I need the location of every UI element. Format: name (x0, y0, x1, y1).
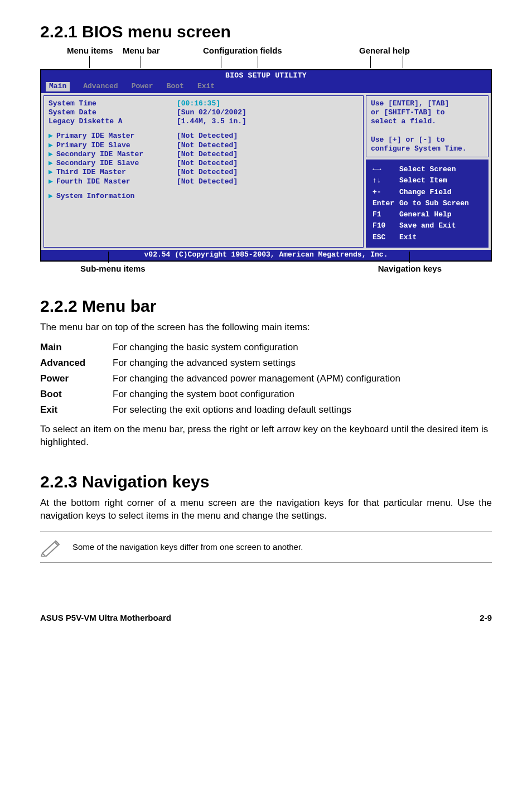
nav-key: Enter (372, 199, 398, 209)
bios-window: BIOS SETUP UTILITY Main Advanced Power B… (40, 69, 492, 262)
field-secondary-ide-master[interactable]: Secondary IDE Master (56, 150, 143, 158)
def-key: Main (40, 340, 113, 355)
submenu-arrow-icon: ▶ (49, 141, 56, 150)
navigation-keys-body: At the bottom right corner of a menu scr… (40, 497, 492, 523)
value-third-ide-master: [Not Detected] (177, 168, 238, 177)
nav-desc: General Help (399, 210, 472, 220)
nav-key: ESC (372, 233, 398, 243)
heading-navigation-keys: 2.2.3 Navigation keys (40, 472, 492, 491)
bios-nav-box: ←→Select Screen ↑↓Select Item +-Change F… (366, 160, 489, 248)
label-menu-items: Menu items (67, 46, 113, 55)
bios-tab-exit[interactable]: Exit (197, 82, 215, 91)
def-val: For changing the system boot configurati… (113, 386, 400, 402)
note-box: Some of the navigation keys differ from … (40, 532, 492, 563)
submenu-arrow-icon: ▶ (49, 192, 56, 201)
submenu-arrow-icon: ▶ (49, 168, 56, 177)
nav-desc: Change Field (399, 187, 472, 197)
bios-help-box: Use [ENTER], [TAB] or [SHIFT-TAB] to sel… (366, 95, 489, 158)
field-system-date[interactable]: System Date (49, 108, 177, 117)
field-primary-ide-slave[interactable]: Primary IDE Slave (56, 141, 130, 149)
value-primary-ide-master: [Not Detected] (177, 132, 238, 141)
note-text: Some of the navigation keys differ from … (72, 542, 303, 552)
nav-key: ←→ (372, 165, 398, 175)
value-system-date[interactable]: [Sun 02/10/2002] (177, 108, 246, 117)
pencil-icon (40, 538, 62, 557)
value-fourth-ide-master: [Not Detected] (177, 177, 238, 186)
def-val: For changing the advanced system setting… (113, 355, 400, 371)
heading-menu-bar: 2.2.2 Menu bar (40, 297, 492, 316)
value-secondary-ide-master: [Not Detected] (177, 150, 238, 159)
submenu-arrow-icon: ▶ (49, 150, 56, 159)
nav-desc: Select Item (399, 176, 472, 186)
field-primary-ide-master[interactable]: Primary IDE Master (56, 132, 134, 140)
field-system-time[interactable]: System Time (49, 99, 177, 108)
submenu-arrow-icon: ▶ (49, 132, 56, 141)
value-legacy-diskette[interactable]: [1.44M, 3.5 in.] (177, 117, 246, 126)
menu-bar-intro: The menu bar on top of the screen has th… (40, 321, 492, 334)
def-val: For changing the advanced power manageme… (113, 371, 400, 386)
label-config-fields: Configuration fields (203, 46, 282, 55)
field-system-information[interactable]: System Information (56, 192, 134, 201)
label-general-help: General help (359, 46, 410, 55)
nav-key: F1 (372, 210, 398, 220)
nav-desc: Save and Exit (399, 221, 472, 231)
value-primary-ide-slave: [Not Detected] (177, 141, 238, 150)
bios-left-pane: System Time[00:16:35] System Date[Sun 02… (43, 95, 364, 248)
footer-left: ASUS P5V-VM Ultra Motherboard (40, 613, 171, 622)
def-val: For selecting the exit options and loadi… (113, 402, 400, 418)
submenu-arrow-icon: ▶ (49, 159, 56, 168)
menu-bar-outro: To select an item on the menu bar, press… (40, 423, 492, 449)
bios-tab-boot[interactable]: Boot (167, 82, 184, 91)
label-menu-bar: Menu bar (123, 46, 160, 55)
def-val: For changing the basic system configurat… (113, 340, 400, 355)
nav-key: +- (372, 187, 398, 197)
field-fourth-ide-master[interactable]: Fourth IDE Master (56, 177, 130, 186)
nav-key: F10 (372, 221, 398, 231)
def-key: Power (40, 371, 113, 386)
value-secondary-ide-slave: [Not Detected] (177, 159, 238, 168)
field-legacy-diskette[interactable]: Legacy Diskette A (49, 117, 177, 126)
bios-menubar: Main Advanced Power Boot Exit (41, 81, 491, 93)
submenu-arrow-icon: ▶ (49, 177, 56, 186)
nav-desc: Exit (399, 233, 472, 243)
def-key: Boot (40, 386, 113, 402)
field-third-ide-master[interactable]: Third IDE Master (56, 168, 126, 176)
nav-key: ↑↓ (372, 176, 398, 186)
def-key: Exit (40, 402, 113, 418)
nav-desc: Go to Sub Screen (399, 199, 472, 209)
value-system-time[interactable]: [00:16:35] (177, 99, 220, 108)
field-secondary-ide-slave[interactable]: Secondary IDE Slave (56, 159, 139, 167)
bios-tab-advanced[interactable]: Advanced (83, 82, 118, 91)
label-sub-menu-items: Sub-menu items (80, 264, 146, 273)
bios-title: BIOS SETUP UTILITY (41, 70, 491, 81)
footer-right: 2-9 (480, 613, 492, 622)
heading-bios-menu-screen: 2.2.1 BIOS menu screen (40, 22, 492, 41)
top-labels: Menu items Menu bar Configuration fields… (40, 46, 492, 68)
bios-tab-main[interactable]: Main (46, 82, 70, 91)
bios-tab-power[interactable]: Power (132, 82, 153, 91)
nav-desc: Select Screen (399, 165, 472, 175)
def-key: Advanced (40, 355, 113, 371)
label-navigation-keys: Navigation keys (378, 264, 442, 273)
menu-bar-table: MainFor changing the basic system config… (40, 340, 400, 418)
